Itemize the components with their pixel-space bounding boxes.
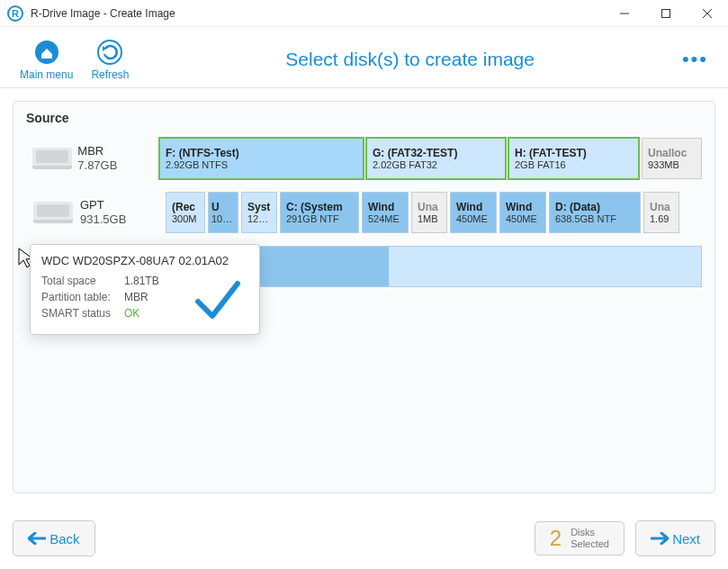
partition-name: Wind bbox=[456, 201, 490, 213]
partition-name: G: (FAT32-TEST) bbox=[373, 147, 499, 159]
partition-name: Una bbox=[650, 201, 673, 213]
home-icon bbox=[32, 38, 61, 67]
workarea: Source MBR 7.87GBF: (NTFS-Test) 2.92GB N… bbox=[0, 88, 728, 506]
arrow-right-icon bbox=[651, 532, 669, 545]
disk-size: 7.87GB bbox=[77, 158, 159, 173]
main-menu-label: Main menu bbox=[20, 68, 73, 81]
partition-size: 291GB NTF bbox=[286, 213, 353, 224]
partition[interactable]: Wind 450ME bbox=[450, 192, 497, 233]
window-title: R-Drive Image - Create Image bbox=[31, 7, 175, 20]
partition[interactable]: D: (Data) 638.5GB NTF bbox=[549, 192, 641, 233]
partition[interactable]: Syst 128M bbox=[241, 192, 277, 233]
page-title: Select disk(s) to create image bbox=[138, 49, 681, 70]
partition[interactable]: U 100M bbox=[208, 192, 238, 233]
close-button[interactable] bbox=[687, 0, 728, 27]
back-label: Back bbox=[49, 531, 79, 546]
disk-row: MBR 7.87GBF: (NTFS-Test) 2.92GB NTFSG: (… bbox=[26, 138, 702, 179]
partition-name: D: (Data) bbox=[555, 201, 634, 213]
refresh-label: Refresh bbox=[91, 68, 129, 81]
partition-size: 100M bbox=[211, 213, 235, 224]
tooltip-smart-value: OK bbox=[124, 307, 139, 320]
main-menu-button[interactable]: Main menu bbox=[11, 36, 82, 83]
tooltip-total-space-label: Total space bbox=[41, 275, 124, 287]
disk-size: 931.5GB bbox=[80, 212, 166, 227]
partition-unallocated[interactable]: Una 1MB bbox=[411, 192, 447, 233]
svg-rect-1 bbox=[662, 9, 670, 17]
back-button[interactable]: Back bbox=[13, 520, 95, 556]
tooltip-pt-value: MBR bbox=[124, 291, 148, 303]
disk-icon[interactable] bbox=[26, 202, 80, 223]
partition-size: 1.69 bbox=[650, 213, 673, 224]
partition[interactable]: H: (FAT-TEST) 2GB FAT16 bbox=[508, 138, 639, 179]
more-icon[interactable]: ••• bbox=[682, 48, 717, 71]
disk-icon[interactable] bbox=[26, 148, 77, 169]
partition-unallocated[interactable]: Unalloc 933MB bbox=[642, 138, 702, 179]
toolbar: Main menu Refresh Select disk(s) to crea… bbox=[0, 27, 728, 88]
partition-name: Wind bbox=[368, 201, 402, 213]
disk-meta: GPT 931.5GB bbox=[80, 198, 166, 228]
titlebar: R R-Drive Image - Create Image bbox=[0, 0, 728, 27]
partition-name: U bbox=[211, 201, 235, 213]
next-label: Next bbox=[672, 531, 700, 546]
arrow-left-icon bbox=[28, 532, 46, 545]
partition-name: Syst bbox=[247, 201, 271, 213]
window-controls bbox=[604, 0, 728, 27]
partition-name: Wind bbox=[506, 201, 540, 213]
disk-meta: MBR 7.87GB bbox=[77, 144, 159, 174]
partition-size: 450ME bbox=[506, 213, 540, 224]
partition[interactable]: C: (System 291GB NTF bbox=[280, 192, 359, 233]
partition-size: 638.5GB NTF bbox=[555, 213, 634, 224]
partition[interactable]: G: (FAT32-TEST) 2.02GB FAT32 bbox=[366, 138, 506, 179]
partition-size: 2GB FAT16 bbox=[515, 159, 633, 170]
tooltip-total-space-value: 1.81TB bbox=[124, 275, 159, 287]
partition-bar: (Rec 300MU 100MSyst 128MC: (System 291GB… bbox=[166, 192, 702, 233]
maximize-button[interactable] bbox=[645, 0, 687, 27]
partition-size: 2.92GB NTFS bbox=[166, 159, 357, 170]
partition[interactable]: Wind 450ME bbox=[499, 192, 546, 233]
partition-name: (Rec bbox=[172, 201, 199, 213]
partition-name: C: (System bbox=[286, 201, 353, 213]
partition-bar: F: (NTFS-Test) 2.92GB NTFSG: (FAT32-TEST… bbox=[159, 138, 702, 179]
svg-point-5 bbox=[98, 41, 121, 64]
footer: Back 2 Disks Selected Next bbox=[0, 508, 728, 569]
partition-size: 933MB bbox=[648, 159, 696, 170]
disk-row: GPT 931.5GB(Rec 300MU 100MSyst 128MC: (S… bbox=[26, 192, 702, 233]
disks-selected-label-1: Disks bbox=[571, 527, 595, 537]
partition[interactable]: Wind 524ME bbox=[362, 192, 409, 233]
partition-size: 524ME bbox=[368, 213, 402, 224]
disks-selected-badge: 2 Disks Selected bbox=[535, 521, 625, 555]
disk-type: MBR bbox=[77, 144, 159, 158]
tooltip-title: WDC WD20SPZX-08UA7 02.01A02 bbox=[41, 254, 248, 267]
disk-type: GPT bbox=[80, 198, 166, 212]
tooltip-smart-label: SMART status bbox=[41, 307, 124, 320]
next-button[interactable]: Next bbox=[635, 520, 715, 556]
source-heading: Source bbox=[26, 111, 702, 125]
partition-size: 2.02GB FAT32 bbox=[373, 159, 499, 170]
check-icon bbox=[193, 275, 243, 325]
partition-unallocated[interactable]: Una 1.69 bbox=[643, 192, 679, 233]
tooltip-pt-label: Partition table: bbox=[41, 291, 124, 303]
partition-size: 450ME bbox=[456, 213, 490, 224]
partition-name: Una bbox=[418, 201, 441, 213]
partition-name: F: (NTFS-Test) bbox=[166, 147, 357, 159]
disks-selected-label-2: Selected bbox=[571, 538, 609, 549]
refresh-icon bbox=[95, 38, 124, 67]
partition[interactable]: (Rec 300M bbox=[166, 192, 205, 233]
disk-tooltip: WDC WD20SPZX-08UA7 02.01A02 Total space … bbox=[30, 244, 260, 335]
partition-size: 128M bbox=[247, 213, 271, 224]
source-panel: Source MBR 7.87GBF: (NTFS-Test) 2.92GB N… bbox=[13, 101, 715, 493]
partition-name: Unalloc bbox=[648, 147, 696, 159]
refresh-button[interactable]: Refresh bbox=[82, 36, 138, 83]
partition-size: 1MB bbox=[418, 213, 441, 224]
app-icon: R bbox=[7, 5, 23, 22]
partition[interactable]: F: (NTFS-Test) 2.92GB NTFS bbox=[159, 138, 364, 179]
partition-size: 300M bbox=[172, 213, 199, 224]
disks-selected-count: 2 bbox=[550, 526, 562, 551]
partition-name: H: (FAT-TEST) bbox=[515, 147, 633, 159]
minimize-button[interactable] bbox=[604, 0, 645, 27]
